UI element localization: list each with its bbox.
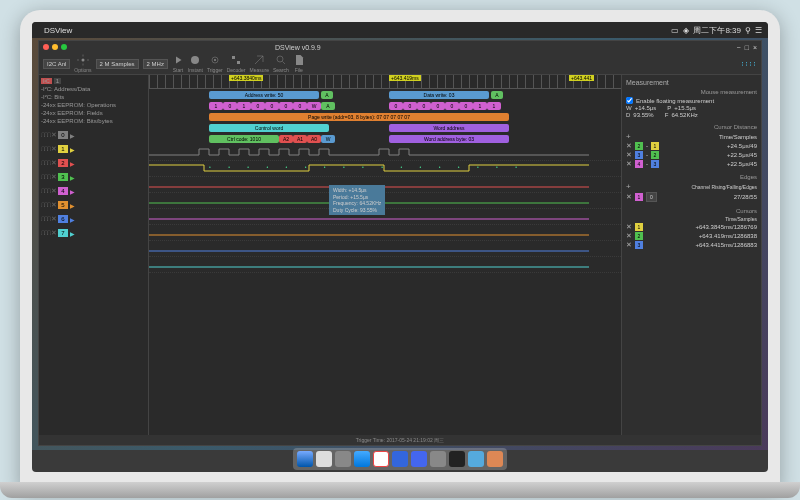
rate-select[interactable]: 2 MHz: [143, 59, 168, 69]
time-marker[interactable]: +643.419ms: [389, 75, 421, 81]
device-select[interactable]: I2C Anl: [43, 59, 70, 69]
dock-app-icon[interactable]: [316, 451, 332, 467]
decode-segment[interactable]: A2: [279, 135, 293, 143]
options-button[interactable]: Options: [74, 54, 91, 73]
decoder-button[interactable]: Decoder: [227, 54, 246, 73]
decode-segment[interactable]: 0: [223, 102, 237, 110]
decode-segment[interactable]: Ctrl code: 1010: [209, 135, 279, 143]
decode-segment[interactable]: Control word: [209, 124, 329, 132]
win-close-icon[interactable]: ×: [753, 44, 757, 51]
start-button[interactable]: Start: [172, 54, 184, 73]
decoder-row[interactable]: -I²C: Address/Data: [41, 85, 146, 93]
signal-lane[interactable]: [149, 257, 621, 273]
channel-select[interactable]: 0: [646, 192, 657, 202]
decode-segment[interactable]: 0: [279, 102, 293, 110]
waveform-area[interactable]: +643.3840ms+643.419ms+643.441 Address wr…: [149, 75, 621, 435]
decode-segment[interactable]: A1: [293, 135, 307, 143]
remove-button[interactable]: ✕: [626, 241, 632, 249]
decode-segment[interactable]: A: [491, 91, 503, 99]
channel-label[interactable]: ⎍⎍⎍ ✕6▶: [41, 215, 146, 223]
win-max-icon[interactable]: □: [745, 44, 749, 51]
decode-segment[interactable]: Page write (addr=03, 8 bytes): 07 07 07 …: [209, 113, 509, 121]
calendar-icon[interactable]: [373, 451, 389, 467]
decode-segment[interactable]: 1: [487, 102, 501, 110]
decode-segment[interactable]: 0: [445, 102, 459, 110]
remove-button[interactable]: ✕: [626, 193, 632, 201]
decode-segment[interactable]: W: [321, 135, 335, 143]
file-button[interactable]: File: [293, 54, 305, 73]
decode-segment[interactable]: A: [321, 102, 335, 110]
decode-segment[interactable]: 0: [265, 102, 279, 110]
decode-segment[interactable]: 0: [251, 102, 265, 110]
dock-app-icon[interactable]: [335, 451, 351, 467]
enable-floating-checkbox[interactable]: [626, 97, 633, 104]
channel-label[interactable]: ⎍⎍⎍ ✕1▶: [41, 145, 146, 153]
channel-label[interactable]: ⎍⎍⎍ ✕5▶: [41, 201, 146, 209]
decoder-row[interactable]: -24xx EEPROM: Fields: [41, 109, 146, 117]
battery-icon[interactable]: ▭: [671, 26, 679, 35]
time-marker[interactable]: +643.3840ms: [229, 75, 263, 81]
remove-button[interactable]: ✕: [626, 232, 632, 240]
decoder-row[interactable]: -24xx EEPROM: Operations: [41, 101, 146, 109]
remove-button[interactable]: ✕: [626, 223, 632, 231]
signal-lane[interactable]: [149, 145, 621, 161]
channel-label[interactable]: ⎍⎍⎍ ✕0▶: [41, 131, 146, 139]
decode-segment[interactable]: 0: [417, 102, 431, 110]
decoder-row[interactable]: -24xx EEPROM: Bits/bytes: [41, 117, 146, 125]
trigger-button[interactable]: Trigger: [207, 54, 223, 73]
settings-icon[interactable]: [430, 451, 446, 467]
time-marker[interactable]: +643.441: [569, 75, 594, 81]
instant-button[interactable]: Instant: [188, 54, 203, 73]
decode-segment[interactable]: W: [307, 102, 321, 110]
decode-segment[interactable]: 0: [293, 102, 307, 110]
minimize-icon[interactable]: [52, 44, 58, 50]
app-name[interactable]: DSView: [44, 26, 72, 35]
close-icon[interactable]: [43, 44, 49, 50]
decode-segment[interactable]: Word address: [389, 124, 509, 132]
safari-icon[interactable]: [354, 451, 370, 467]
add-button[interactable]: +: [626, 182, 631, 191]
decode-segment[interactable]: Address write: 50: [209, 91, 319, 99]
decoder-row[interactable]: -I²C: Bits: [41, 93, 146, 101]
channel-label[interactable]: ⎍⎍⎍ ✕7▶: [41, 229, 146, 237]
decode-segment[interactable]: 1: [473, 102, 487, 110]
add-button[interactable]: +: [626, 132, 631, 141]
decode-segment[interactable]: Data write: 03: [389, 91, 489, 99]
channel-label[interactable]: ⎍⎍⎍ ✕3▶: [41, 173, 146, 181]
dock-app-icon[interactable]: [392, 451, 408, 467]
decode-segment[interactable]: 0: [389, 102, 403, 110]
menu-icon[interactable]: ☰: [755, 26, 762, 35]
terminal-icon[interactable]: [449, 451, 465, 467]
decode-segment[interactable]: 0: [431, 102, 445, 110]
search-button[interactable]: Search: [273, 54, 289, 73]
window-title: DSView v0.9.9: [275, 44, 321, 51]
channel-label[interactable]: ⎍⎍⎍ ✕4▶: [41, 187, 146, 195]
decode-segment[interactable]: A0: [307, 135, 321, 143]
clock[interactable]: 周二下午8:39: [693, 25, 741, 36]
samples-select[interactable]: 2 M Samples: [96, 59, 139, 69]
win-min-icon[interactable]: −: [737, 44, 741, 51]
channel-label[interactable]: ⎍⎍⎍ ✕2▶: [41, 159, 146, 167]
signal-lane[interactable]: [149, 225, 621, 241]
decode-segment[interactable]: A: [321, 91, 333, 99]
finder-icon[interactable]: [297, 451, 313, 467]
signal-lane[interactable]: • • • • • • • • • • • • • • • • •: [149, 161, 621, 177]
maximize-icon[interactable]: [61, 44, 67, 50]
search-icon[interactable]: ⚲: [745, 26, 751, 35]
remove-button[interactable]: ✕: [626, 151, 632, 159]
decode-segment[interactable]: 0: [459, 102, 473, 110]
signal-lane[interactable]: [149, 241, 621, 257]
cursor-row: ✕3+643.4415ms/1286883: [626, 241, 757, 249]
decode-segment[interactable]: 1: [237, 102, 251, 110]
dsview-icon[interactable]: [468, 451, 484, 467]
time-ruler[interactable]: +643.3840ms+643.419ms+643.441: [149, 75, 621, 89]
appstore-icon[interactable]: [411, 451, 427, 467]
decode-segment[interactable]: 1: [209, 102, 223, 110]
wifi-icon[interactable]: ◈: [683, 26, 689, 35]
measure-button[interactable]: Measure: [250, 54, 269, 73]
remove-button[interactable]: ✕: [626, 160, 632, 168]
remove-button[interactable]: ✕: [626, 142, 632, 150]
decode-segment[interactable]: 0: [403, 102, 417, 110]
dock-app-icon[interactable]: [487, 451, 503, 467]
decode-segment[interactable]: Word address byte: 03: [389, 135, 509, 143]
